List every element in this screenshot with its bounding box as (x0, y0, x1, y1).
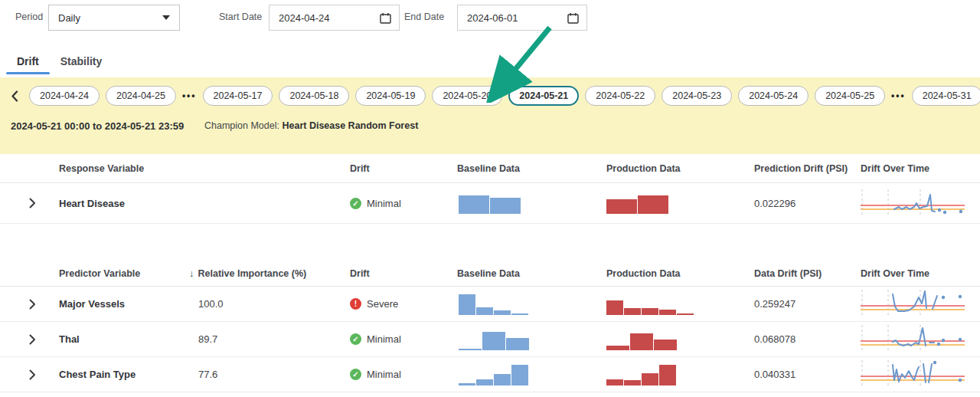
response-variable-table: Response Variable Drift Baseline Data Pr… (0, 154, 980, 224)
drift-status-icon: ✓ (350, 198, 361, 209)
drift-psi-value: 0.040331 (754, 369, 861, 380)
date-strip: 2024-04-242024-04-25•••2024-05-172024-05… (0, 84, 980, 107)
drift-status-icon: ✓ (350, 369, 361, 380)
column-header-response-variable: Response Variable (59, 163, 350, 174)
relative-importance-value: 89.7 (198, 333, 350, 345)
date-strip-prev-button[interactable] (6, 87, 23, 104)
table-row: Chest Pain Type 77.6 ✓ Minimal 0.040331 (0, 357, 980, 392)
drift-over-time-sparkline (861, 187, 980, 220)
date-pill[interactable]: 2024-05-20 (432, 86, 502, 106)
column-header-relative-importance[interactable]: ↓ Relative Importance (%) (189, 267, 341, 279)
date-pill[interactable]: 2024-05-22 (585, 86, 655, 106)
drift-psi-value: 0.259247 (754, 298, 861, 310)
champion-model-label: Champion Model: (204, 120, 279, 131)
production-histogram (606, 364, 754, 386)
drift-status: ✓ Minimal (350, 333, 457, 345)
drift-status-icon: ! (350, 298, 361, 310)
variable-name: Heart Disease (59, 198, 350, 209)
drift-status-label: Minimal (367, 369, 401, 380)
start-date-value: 2024-04-24 (279, 12, 330, 24)
drift-over-time-sparkline (861, 358, 980, 391)
variable-name: Chest Pain Type (59, 369, 198, 380)
baseline-histogram (459, 329, 606, 350)
table-row: Major Vessels 100.0 ! Severe 0.259247 (0, 287, 980, 322)
predictor-table-header: Predictor Variable ↓ Relative Importance… (0, 261, 980, 287)
drift-over-time-sparkline (861, 323, 980, 356)
date-selection-band: 2024-04-242024-04-25•••2024-05-172024-05… (0, 77, 980, 154)
baseline-histogram (459, 294, 606, 315)
calendar-icon[interactable] (567, 12, 579, 24)
drift-status-label: Minimal (367, 333, 401, 345)
end-date-input[interactable]: 2024-06-01 (457, 5, 587, 31)
relative-importance-value: 100.0 (198, 298, 350, 310)
date-strip-ellipsis: ••• (891, 90, 906, 101)
production-histogram (606, 192, 754, 214)
start-date-label: Start Date (219, 11, 262, 22)
production-histogram (606, 294, 754, 315)
tab-stability[interactable]: Stability (50, 48, 113, 77)
sort-descending-icon: ↓ (189, 267, 194, 279)
expand-row-chevron-icon[interactable] (29, 334, 36, 345)
column-header-predictor-variable: Predictor Variable (59, 268, 198, 279)
predictor-table-rows: Major Vessels 100.0 ! Severe 0.259247 Th… (0, 287, 980, 392)
column-header-baseline-data: Baseline Data (457, 268, 606, 279)
response-table-rows: Heart Disease ✓ Minimal 0.022296 (0, 183, 980, 224)
expand-row-chevron-icon[interactable] (29, 198, 36, 208)
champion-model-value: Heart Disease Random Forest (282, 120, 418, 131)
drift-psi-value: 0.068078 (754, 333, 861, 345)
end-date-value: 2024-06-01 (467, 12, 518, 24)
drift-status: ! Severe (350, 298, 457, 310)
calendar-icon[interactable] (380, 12, 391, 24)
date-pill[interactable]: 2024-05-25 (815, 86, 885, 106)
tab-bar: Drift Stability (0, 37, 980, 77)
expand-row-chevron-icon[interactable] (29, 369, 36, 380)
caret-down-icon (162, 15, 170, 20)
drift-over-time-sparkline (861, 287, 980, 320)
period-label: Period (15, 11, 43, 22)
drift-status-icon: ✓ (350, 333, 361, 345)
filter-toolbar: Period Daily Start Date 2024-04-24 End D… (0, 0, 980, 37)
column-header-prediction-drift-psi: Prediction Drift (PSI) (754, 163, 861, 174)
column-header-production-data: Production Data (606, 163, 754, 174)
production-histogram (606, 329, 754, 350)
baseline-histogram (459, 364, 606, 386)
drift-status-label: Severe (367, 298, 398, 310)
date-pill[interactable]: 2024-05-18 (279, 86, 349, 106)
drift-psi-value: 0.022296 (754, 198, 861, 209)
column-header-baseline-data: Baseline Data (457, 163, 606, 174)
column-header-drift: Drift (350, 163, 457, 174)
date-pill[interactable]: 2024-05-31 (912, 86, 980, 106)
response-table-header: Response Variable Drift Baseline Data Pr… (0, 154, 980, 183)
expand-row-chevron-icon[interactable] (29, 299, 36, 310)
end-date-label: End Date (404, 11, 444, 22)
table-row: Heart Disease ✓ Minimal 0.022296 (0, 183, 980, 224)
chevron-left-icon (11, 90, 18, 102)
column-header-data-drift-psi: Data Drift (PSI) (754, 268, 861, 279)
variable-name: Major Vessels (59, 298, 198, 310)
date-pill[interactable]: 2024-05-19 (355, 86, 426, 106)
date-pill[interactable]: 2024-05-24 (738, 86, 808, 106)
tab-drift[interactable]: Drift (6, 48, 50, 77)
column-header-relative-importance-label: Relative Importance (%) (198, 268, 307, 279)
relative-importance-value: 77.6 (198, 369, 350, 380)
drift-status-label: Minimal (367, 198, 401, 209)
date-strip-ellipsis: ••• (182, 90, 197, 101)
baseline-histogram (459, 192, 606, 214)
date-pill[interactable]: 2024-04-25 (106, 86, 176, 106)
date-pill[interactable]: 2024-04-24 (29, 86, 100, 106)
column-header-drift: Drift (350, 268, 457, 279)
drift-status: ✓ Minimal (350, 369, 457, 380)
selected-range-text: 2024-05-21 00:00 to 2024-05-21 23:59 (11, 120, 184, 132)
period-dropdown[interactable]: Daily (48, 5, 180, 31)
champion-model-text: Champion Model: Heart Disease Random For… (204, 120, 418, 131)
selected-period-summary: 2024-05-21 00:00 to 2024-05-21 23:59 Cha… (0, 120, 980, 136)
predictor-variable-table: Predictor Variable ↓ Relative Importance… (0, 261, 980, 392)
column-header-drift-over-time: Drift Over Time (861, 163, 980, 174)
date-pill-selected[interactable]: 2024-05-21 (508, 86, 579, 106)
start-date-input[interactable]: 2024-04-24 (269, 5, 400, 31)
date-pill[interactable]: 2024-05-17 (203, 86, 273, 106)
date-pill[interactable]: 2024-05-23 (662, 86, 732, 106)
period-selected-value: Daily (58, 12, 80, 24)
variable-name: Thal (59, 333, 198, 345)
date-strip-items: 2024-04-242024-04-25•••2024-05-172024-05… (29, 86, 980, 106)
